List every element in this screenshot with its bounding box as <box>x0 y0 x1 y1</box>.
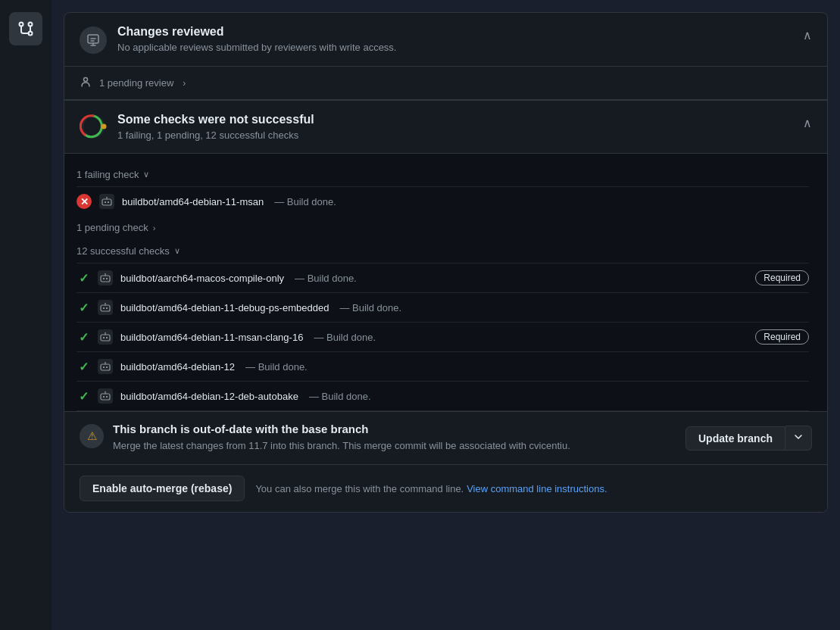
svg-rect-17 <box>106 307 108 309</box>
svg-rect-25 <box>106 366 108 368</box>
svg-rect-29 <box>106 396 108 398</box>
svg-point-26 <box>105 362 105 363</box>
successful-check-item-4: ✓ buildbot/amd64-debian-12-deb-autobake <box>77 381 809 411</box>
failing-checks-header[interactable]: 1 failing check ∨ <box>77 163 809 186</box>
update-branch-wrap: Update branch <box>685 426 812 451</box>
sidebar-logo[interactable] <box>9 12 42 45</box>
svg-point-22 <box>105 332 105 333</box>
warning-icon: ⚠ <box>87 429 97 443</box>
svg-rect-28 <box>103 396 105 398</box>
changes-reviewed-left: Changes reviewed No applicable reviews s… <box>80 25 396 54</box>
svg-rect-20 <box>103 337 105 338</box>
successful-check-name-1: buildbot/amd64-debian-11-debug-ps-embedd… <box>120 302 329 313</box>
successful-check-name-2: buildbot/amd64-debian-11-msan-clang-16 <box>120 332 303 343</box>
svg-point-10 <box>106 197 107 198</box>
pending-checks-chevron: › <box>153 223 156 232</box>
failing-checks-label: 1 failing check <box>77 169 139 180</box>
checks-list-scroll[interactable]: 1 failing check ∨ ✕ <box>64 154 827 411</box>
required-badge-2: Required <box>755 329 809 345</box>
checks-section-text: Some checks were not successful 1 failin… <box>117 113 314 141</box>
bot-icon-4 <box>100 391 111 401</box>
checks-icon-wrap <box>80 113 107 140</box>
pending-review-row[interactable]: 1 pending review › <box>64 66 827 100</box>
success-icon-1: ✓ <box>77 301 90 314</box>
success-icon-4: ✓ <box>77 389 90 403</box>
failing-check-name-0: buildbot/amd64-debian-11-msan <box>122 196 264 207</box>
outofdate-text: This branch is out-of-date with the base… <box>113 423 570 454</box>
failing-check-item-0: ✕ buildbot/amd64-debian-11-msan — B <box>77 186 809 216</box>
error-icon: ✕ <box>77 194 92 209</box>
svg-rect-12 <box>103 278 105 279</box>
chevron-down-icon <box>793 432 804 442</box>
check-bot-icon-0 <box>98 270 113 285</box>
failing-checks-chevron: ∨ <box>143 170 149 179</box>
svg-rect-15 <box>101 305 110 311</box>
failing-check-status-0: — Build done. <box>274 196 336 207</box>
checks-section-collapse[interactable]: ∧ <box>803 116 812 130</box>
bot-icon-3 <box>100 361 111 372</box>
successful-check-item-1: ✓ buildbot/amd64-debian-11-debug-ps-embe… <box>77 292 809 322</box>
svg-rect-8 <box>105 201 106 203</box>
svg-rect-23 <box>101 364 110 370</box>
update-branch-dropdown-button[interactable] <box>785 426 812 451</box>
git-merge-icon <box>17 20 35 38</box>
successful-check-status-0: — Build done. <box>295 273 357 284</box>
success-icon-0: ✓ <box>77 271 90 285</box>
svg-point-6 <box>101 124 107 129</box>
pending-checks-header[interactable]: 1 pending check › <box>77 216 809 239</box>
svg-rect-27 <box>101 394 110 400</box>
successful-check-item-3: ✓ buildbot/amd64-debian-12 — Build <box>77 351 809 381</box>
check-bot-icon-1 <box>98 300 113 315</box>
bot-icon <box>101 196 112 207</box>
outofdate-title: This branch is out-of-date with the base… <box>113 423 570 435</box>
person-icon <box>80 76 92 90</box>
checks-section-subtitle: 1 failing, 1 pending, 12 successful chec… <box>117 129 314 141</box>
outofdate-desc: Merge the latest changes from 11.7 into … <box>113 438 570 454</box>
changes-reviewed-text: Changes reviewed No applicable reviews s… <box>117 25 396 53</box>
successful-check-status-3: — Build done. <box>245 361 308 373</box>
successful-check-item-0: ✓ buildbot/aarch64-macos-compile-only <box>77 263 809 292</box>
successful-check-name-0: buildbot/aarch64-macos-compile-only <box>120 273 284 284</box>
successful-checks-label: 12 successful checks <box>77 245 170 257</box>
checks-list-area: 1 failing check ∨ ✕ <box>64 153 827 411</box>
changes-reviewed-icon-wrap <box>80 27 107 54</box>
successful-check-item-2: ✓ buildbot/amd64-debian-11-msan-clang-16 <box>77 322 809 351</box>
pending-review-chevron: › <box>183 78 186 89</box>
sidebar <box>0 0 52 630</box>
automerge-footer: Enable auto-merge (rebase) You can also … <box>64 464 827 512</box>
pending-review-text: 1 pending review <box>99 77 173 89</box>
pending-checks-label: 1 pending check <box>77 222 148 233</box>
changes-reviewed-collapse[interactable]: ∧ <box>803 28 812 42</box>
update-branch-button[interactable]: Update branch <box>685 426 785 451</box>
svg-point-18 <box>105 303 105 304</box>
changes-reviewed-section: Changes reviewed No applicable reviews s… <box>64 13 827 66</box>
success-icon-2: ✓ <box>77 330 90 344</box>
review-icon <box>86 33 101 48</box>
bot-icon-1 <box>100 302 111 313</box>
svg-point-14 <box>105 273 105 274</box>
checks-section-title: Some checks were not successful <box>117 113 314 126</box>
command-line-instructions-link[interactable]: View command line instructions. <box>467 483 607 494</box>
success-icon-3: ✓ <box>77 360 90 373</box>
svg-rect-24 <box>103 366 105 368</box>
bot-icon-0 <box>100 273 111 283</box>
check-bot-icon-4 <box>98 388 113 404</box>
checks-status-icon <box>80 113 107 140</box>
automerge-text-wrap: You can also merge this with the command… <box>255 482 607 494</box>
svg-point-30 <box>105 391 105 392</box>
successful-checks-header[interactable]: 12 successful checks ∨ <box>77 239 809 263</box>
svg-point-4 <box>84 78 88 82</box>
svg-rect-16 <box>103 307 105 309</box>
check-bot-icon-3 <box>98 359 113 374</box>
svg-rect-21 <box>106 337 108 338</box>
outofdate-left: ⚠ This branch is out-of-date with the ba… <box>80 423 570 454</box>
svg-rect-13 <box>106 278 108 279</box>
warning-icon-wrap: ⚠ <box>80 424 104 448</box>
check-bot-icon-2 <box>98 329 113 345</box>
svg-rect-11 <box>101 276 110 282</box>
enable-automerge-button[interactable]: Enable auto-merge (rebase) <box>80 476 245 501</box>
svg-rect-9 <box>108 201 109 203</box>
successful-check-status-4: — Build done. <box>309 391 371 402</box>
successful-check-status-2: — Build done. <box>314 332 376 343</box>
person-svg-icon <box>80 76 92 88</box>
